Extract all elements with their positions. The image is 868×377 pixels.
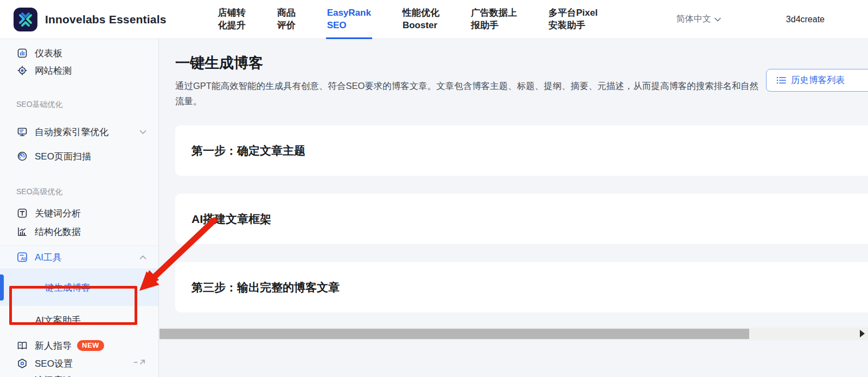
sidebar-item-seo-page-scan[interactable]: SEO页面扫描: [0, 146, 158, 166]
horizontal-scrollbar-track[interactable]: [159, 328, 868, 340]
step-card-2: AI搭建文章框架: [175, 194, 868, 244]
ai-tools-icon: AI: [16, 251, 28, 263]
sidebar-item-site-check[interactable]: 网站检测: [0, 62, 158, 79]
seo-settings-icon: [16, 357, 28, 369]
sidebar-item-keyword-analysis[interactable]: 关键词分析: [0, 205, 158, 222]
app-logo: [14, 8, 37, 31]
chevron-down-icon: [714, 17, 721, 22]
sidebar-collapse-icon[interactable]: [133, 359, 145, 365]
nav-performance-booster[interactable]: 性能优化 Booster: [403, 0, 439, 39]
main-nav: 店铺转 化提升 商品 评价 EasyRank SEO 性能优化 Booster …: [218, 0, 598, 39]
main-content: 一键生成博客 通过GPT能高效智能的生成具有创意、符合SEO要求的博客文章。文章…: [159, 39, 868, 377]
sidebar-item-auto-seo[interactable]: 自动搜索引擎优化: [0, 122, 158, 142]
step-3-heading: 第三步：输出完整的博客文章: [192, 280, 340, 295]
step-2-heading: AI搭建文章框架: [192, 212, 271, 227]
visit-store-icon: [16, 375, 28, 377]
top-header: Innovelabs Essentials 店铺转 化提升 商品 评价 Easy…: [0, 0, 868, 39]
svg-text:AI: AI: [21, 256, 26, 261]
sidebar-item-one-click-blog[interactable]: 一键生成博客: [0, 269, 158, 306]
page-title: 一键生成博客: [175, 53, 868, 73]
structured-data-icon: [16, 226, 28, 238]
guide-icon: [16, 340, 28, 352]
sidebar-item-structured-data[interactable]: 结构化数据: [0, 223, 158, 240]
active-indicator-bar: [0, 274, 4, 301]
account-name[interactable]: 3d4create: [786, 15, 825, 24]
list-icon: [776, 76, 786, 85]
chevron-up-icon: [139, 255, 146, 260]
sidebar-item-ai-copywriter[interactable]: AI文案助手: [0, 309, 158, 331]
site-check-icon: [16, 65, 28, 76]
step-card-1: 第一步：确定文章主题: [175, 125, 868, 176]
nav-product-reviews[interactable]: 商品 评价: [277, 0, 296, 39]
logo-x-icon: [18, 12, 33, 27]
sidebar-item-ai-tools[interactable]: AI AI工具: [0, 245, 158, 269]
sidebar-item-visit-store[interactable]: 访问店铺: [0, 372, 158, 377]
horizontal-scrollbar-thumb[interactable]: [159, 329, 749, 339]
scrollbar-right-arrow[interactable]: [860, 330, 865, 337]
nav-pixel-installer[interactable]: 多平台Pixel 安装助手: [548, 0, 598, 39]
page-description: 通过GPT能高效智能的生成具有创意、符合SEO要求的博客文章。文章包含博客主题、…: [175, 78, 761, 108]
history-blog-list-button[interactable]: 历史博客列表: [766, 69, 868, 92]
gauge-icon: [16, 150, 28, 162]
dashboard-icon: [16, 47, 28, 59]
language-selector[interactable]: 简体中文: [676, 14, 721, 25]
brand-title: Innovelabs Essentials: [45, 13, 167, 26]
nav-store-conversion[interactable]: 店铺转 化提升: [218, 0, 246, 39]
sidebar-item-newbie-guide[interactable]: 新人指导 NEW: [0, 336, 158, 355]
nav-easyrank-seo[interactable]: EasyRank SEO: [327, 0, 371, 39]
sidebar-item-dashboard[interactable]: 仪表板: [0, 44, 158, 62]
step-card-3: 第三步：输出完整的博客文章: [175, 262, 868, 312]
nav-ad-data-reporter[interactable]: 广告数据上 报助手: [471, 0, 517, 39]
keyword-icon: [16, 207, 28, 219]
sidebar: 仪表板 网站检测 SEO基础优化 自动搜索引擎优化 SEO页面扫描 SEO高级优…: [0, 39, 159, 377]
monitor-icon: [16, 126, 28, 138]
sidebar-section-seo-basic: SEO基础优化: [0, 99, 158, 110]
new-badge: NEW: [77, 340, 104, 351]
step-1-heading: 第一步：确定文章主题: [192, 143, 305, 158]
chevron-down-icon: [139, 130, 146, 135]
sidebar-section-seo-advanced: SEO高级优化: [0, 187, 158, 197]
